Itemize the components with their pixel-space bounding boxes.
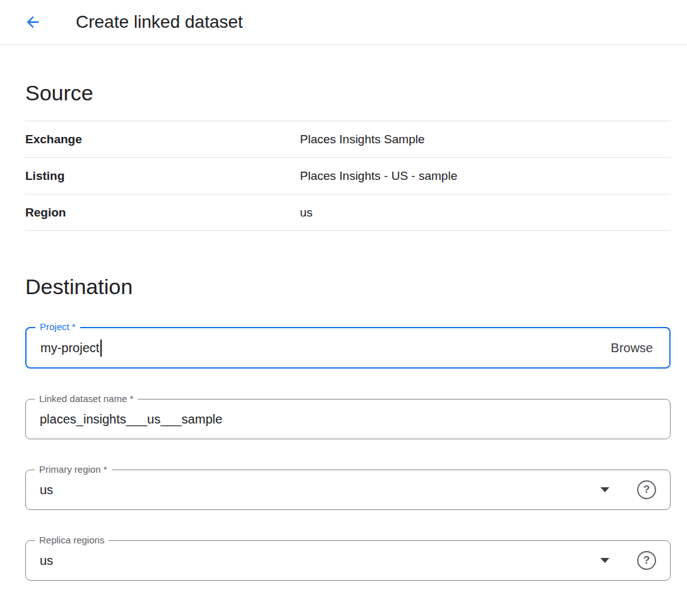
project-input-value[interactable]: my-project: [40, 341, 99, 355]
listing-label: Listing: [25, 169, 300, 183]
project-field[interactable]: Project * my-project Browse: [25, 327, 671, 369]
arrow-back-icon: [24, 13, 42, 31]
replica-regions-selected-value[interactable]: us: [40, 554, 53, 568]
linked-dataset-name-label: Linked dataset name *: [35, 393, 138, 405]
region-value: us: [300, 206, 313, 220]
project-field-label: Project *: [35, 321, 80, 333]
exchange-value: Places Insights Sample: [300, 133, 425, 146]
dropdown-arrow-icon[interactable]: [600, 487, 609, 492]
destination-section-heading: Destination: [25, 273, 671, 300]
help-icon[interactable]: ?: [637, 480, 656, 499]
table-row-listing: Listing Places Insights - US - sample: [25, 158, 671, 194]
dropdown-arrow-icon[interactable]: [600, 558, 609, 563]
help-icon[interactable]: ?: [637, 551, 656, 570]
region-label: Region: [25, 206, 300, 220]
table-row-exchange: Exchange Places Insights Sample: [25, 121, 671, 158]
text-caret: [100, 340, 102, 357]
replica-regions-field[interactable]: Replica regions us ?: [25, 540, 671, 581]
back-button[interactable]: [19, 8, 47, 36]
main-content: Source Exchange Places Insights Sample L…: [0, 79, 687, 600]
linked-dataset-name-input-value[interactable]: places_insights___us___sample: [40, 412, 222, 427]
table-row-region: Region us: [25, 194, 671, 231]
page-title: Create linked dataset: [76, 12, 243, 32]
primary-region-field[interactable]: Primary region * us ?: [25, 470, 671, 510]
primary-region-label: Primary region *: [35, 463, 112, 476]
replica-regions-label: Replica regions: [35, 534, 109, 547]
source-section-heading: Source: [25, 79, 671, 107]
exchange-label: Exchange: [25, 133, 300, 146]
primary-region-selected-value[interactable]: us: [40, 483, 53, 497]
browse-button[interactable]: Browse: [608, 341, 655, 355]
source-details-table: Exchange Places Insights Sample Listing …: [25, 121, 671, 231]
linked-dataset-name-field[interactable]: Linked dataset name * places_insights___…: [25, 399, 671, 439]
page-header: Create linked dataset: [0, 0, 687, 45]
listing-value: Places Insights - US - sample: [300, 169, 457, 183]
